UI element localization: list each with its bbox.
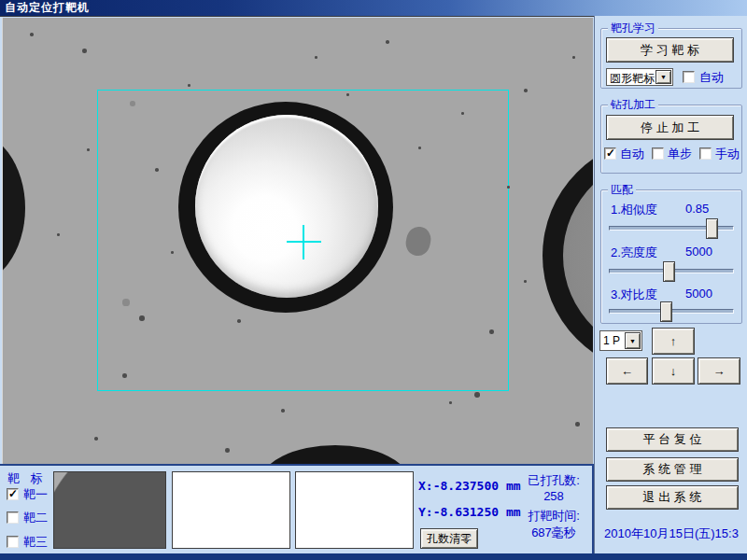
camera-view [2,18,593,464]
arrow-up-icon: ↑ [670,334,677,348]
targets-header: 靶 标 [7,470,47,487]
window-title: 自动定位打靶机 [0,0,90,16]
image-noise-speck [575,422,580,427]
y-coordinate-readout: Y:-8.631250 mm [418,505,521,519]
group-target-learning: 靶孔学习 学 习 靶 标 圆形靶标 ▼ 自动 [600,28,742,89]
jog-step-selected-value: 1 P [603,334,620,347]
drill-manual-checkbox[interactable] [699,147,712,160]
status-panel: 靶 标 靶一 靶二 靶三 X:-8.237500 mm Y:-8.631250 … [0,464,594,553]
image-noise-speck [225,448,230,453]
jog-up-button[interactable]: ↑ [652,328,695,355]
contrast-label: 3.对比度 [611,287,657,303]
group-drilling: 钻孔加工 停 止 加 工 自动 单步 手动 [600,105,742,174]
target-shape-select[interactable]: 圆形靶标 ▼ [606,68,673,86]
bottom-frame-strip [0,553,747,560]
brightness-slider[interactable] [609,269,734,273]
image-noise-speck [524,280,527,283]
drill-auto-checkbox-label: 自动 [620,147,644,161]
holes-drilled-count: 258 [515,489,592,503]
drill-step-checkbox[interactable] [652,147,664,160]
image-noise-speck [474,392,480,398]
x-coordinate-readout: X:-8.237500 mm [418,479,521,493]
image-noise-speck [87,148,90,151]
system-manage-button[interactable]: 系 统 管 理 [606,457,739,482]
jog-down-button[interactable]: ↓ [652,357,695,385]
target1-checkbox-label: 靶一 [23,488,48,501]
drill-step-checkbox-label: 单步 [668,147,692,161]
image-noise-speck [346,93,349,96]
contrast-slider-thumb[interactable] [660,301,672,322]
auto-learn-checkbox-label: 自动 [699,71,724,84]
image-noise-speck [171,251,174,254]
target-time-label: 打靶时间: [515,508,592,525]
exit-system-button[interactable]: 退 出 系 统 [606,485,739,510]
target1-checkbox[interactable] [7,488,19,500]
image-noise-speck [94,437,98,441]
brightness-slider-thumb[interactable] [663,261,675,282]
image-noise-speck [386,40,389,44]
image-noise-speck [57,233,60,236]
learn-target-button[interactable]: 学 习 靶 标 [606,37,734,63]
crosshair-icon [303,225,304,259]
target2-checkbox[interactable] [7,511,19,524]
drill-auto-checkbox[interactable] [604,147,616,160]
brightness-value: 5000 [685,245,712,259]
similarity-slider-thumb[interactable] [706,218,718,239]
clear-hole-count-button[interactable]: 孔数清零 [420,528,478,549]
jog-step-select[interactable]: 1 P ▼ [599,330,642,351]
jog-left-button[interactable]: ← [606,357,648,385]
chevron-down-icon[interactable]: ▼ [625,332,641,349]
image-noise-speck [524,89,528,92]
group-matching-label: 匹配 [608,183,636,196]
group-drilling-label: 钻孔加工 [608,98,658,111]
image-noise-speck [315,56,317,59]
image-noise-speck [418,147,421,149]
platform-reset-button[interactable]: 平 台 复 位 [606,427,739,452]
image-noise-speck [449,401,452,404]
image-noise-speck [572,56,575,59]
group-target-learning-label: 靶孔学习 [608,21,658,35]
image-noise-speck [30,33,34,36]
template-thumbnail-1 [53,471,166,549]
holes-drilled-label: 已打孔数: [515,472,592,489]
similarity-label: 1.相似度 [611,202,657,218]
contrast-value: 5000 [685,287,712,301]
image-noise-speck [489,329,494,334]
brightness-label: 2.亮度度 [611,245,657,261]
partial-hole-left [2,130,25,287]
target-time-value: 687毫秒 [515,525,592,541]
control-panel: 靶孔学习 学 习 靶 标 圆形靶标 ▼ 自动 钻孔加工 停 止 加 工 自动 单… [594,16,747,553]
drill-manual-checkbox-label: 手动 [715,147,740,161]
image-noise-speck [461,112,464,115]
template-thumbnail-3 [295,471,414,549]
datetime-text: 2010年10月15日(五)15:3 [595,525,747,542]
image-noise-speck [188,84,190,87]
similarity-value: 0.85 [685,202,709,216]
group-matching: 匹配 1.相似度 0.85 2.亮度度 5000 3.对比度 5000 [600,189,742,324]
contrast-slider[interactable] [609,309,734,314]
image-noise-speck [237,319,241,323]
title-bar: 自动定位打靶机 [0,0,747,17]
target3-checkbox[interactable] [7,536,19,548]
chevron-down-icon[interactable]: ▼ [655,70,671,84]
image-noise-speck [82,49,87,53]
image-noise-speck [155,168,159,172]
template-thumbnail-2 [172,471,290,549]
image-noise-speck [122,299,130,306]
image-noise-speck [507,186,510,189]
partial-hole-bottom [261,445,410,464]
image-noise-speck [130,101,135,106]
stop-machining-button[interactable]: 停 止 加 工 [606,115,734,140]
arrow-right-icon: → [713,364,726,378]
image-noise-speck [281,409,285,413]
similarity-slider[interactable] [609,226,734,231]
target2-checkbox-label: 靶二 [23,511,48,525]
jog-right-button[interactable]: → [698,357,740,385]
image-noise-speck [139,315,145,321]
image-noise-speck [122,373,127,378]
target-shape-selected-value: 圆形靶标 [610,71,655,87]
arrow-down-icon: ↓ [670,364,677,378]
arrow-left-icon: ← [621,364,633,378]
auto-learn-checkbox[interactable] [683,71,695,83]
target3-checkbox-label: 靶三 [23,536,48,549]
